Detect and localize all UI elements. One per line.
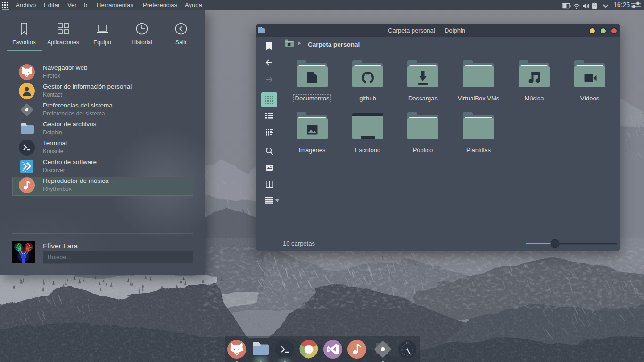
svg-text:2: 2 (412, 346, 413, 348)
svg-text:10: 10 (401, 346, 403, 348)
svg-text:12: 12 (405, 341, 409, 345)
svg-text:5: 5 (410, 354, 411, 356)
svg-text:1: 1 (410, 344, 411, 346)
svg-text:4: 4 (412, 353, 413, 354)
svg-text:11: 11 (403, 344, 405, 346)
svg-text:7: 7 (404, 354, 405, 356)
svg-text:8: 8 (402, 353, 403, 354)
